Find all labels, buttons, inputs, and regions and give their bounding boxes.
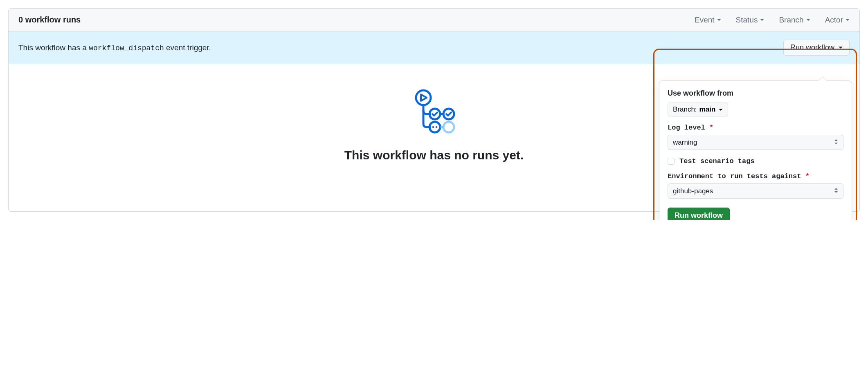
workflow-graphic-icon (409, 89, 459, 136)
branch-prefix-label: Branch: (673, 105, 697, 114)
environment-select-wrap: github-pages (668, 183, 843, 199)
banner-text-suffix: event trigger. (164, 43, 211, 52)
filter-event-label: Event (695, 16, 715, 25)
run-workflow-popover-wrap: Use workflow from Branch: main Log level… (659, 80, 852, 220)
log-level-label: Log level * (668, 124, 843, 132)
filter-branch-label: Branch (779, 16, 803, 25)
banner-text: This workflow has a workflow_dispatch ev… (18, 43, 211, 52)
branch-value: main (699, 105, 716, 114)
environment-label: Environment to run tests against * (668, 172, 843, 180)
svg-point-7 (436, 126, 438, 128)
submit-row: Run workflow (668, 208, 843, 220)
run-workflow-dropdown-button[interactable]: Run workflow (783, 40, 850, 56)
banner-text-prefix: This workflow has a (18, 43, 89, 52)
test-tags-checkbox[interactable] (668, 158, 675, 165)
required-asterisk: * (709, 124, 713, 132)
environment-group: Environment to run tests against * githu… (668, 172, 843, 199)
log-level-label-text: Log level (668, 124, 705, 132)
dispatch-banner: This workflow has a workflow_dispatch ev… (9, 31, 859, 64)
filter-bar: Event Status Branch Actor (695, 16, 850, 25)
filter-actor-label: Actor (825, 16, 843, 25)
workflow-runs-container: 0 workflow runs Event Status Branch Acto… (8, 8, 860, 212)
caret-down-icon (760, 19, 764, 21)
caret-down-icon (719, 109, 723, 111)
svg-point-6 (432, 126, 434, 128)
caret-down-icon (846, 19, 850, 21)
caret-down-icon (717, 19, 721, 21)
filter-event[interactable]: Event (695, 16, 721, 25)
use-workflow-from-label: Use workflow from (668, 89, 843, 98)
environment-label-text: Environment to run tests against (668, 172, 801, 180)
runs-count-label: 0 workflow runs (18, 15, 81, 25)
log-level-select[interactable]: warning (668, 135, 843, 150)
environment-select[interactable]: github-pages (668, 183, 843, 199)
svg-marker-1 (421, 94, 427, 101)
log-level-group: Log level * warning (668, 124, 843, 150)
branch-select-button[interactable]: Branch: main (668, 103, 728, 116)
test-tags-row: Test scenario tags (668, 157, 843, 165)
run-workflow-submit-label: Run workflow (675, 211, 723, 220)
runs-header: 0 workflow runs Event Status Branch Acto… (9, 9, 859, 31)
caret-down-icon (806, 19, 810, 21)
svg-point-5 (430, 122, 440, 132)
svg-point-9 (443, 122, 454, 132)
filter-actor[interactable]: Actor (825, 16, 850, 25)
run-workflow-dropdown-label: Run workflow (790, 43, 834, 52)
run-workflow-popover: Use workflow from Branch: main Log level… (659, 80, 852, 220)
svg-point-0 (416, 90, 431, 105)
test-tags-label: Test scenario tags (679, 157, 755, 165)
required-asterisk: * (805, 172, 810, 180)
run-workflow-submit-button[interactable]: Run workflow (668, 208, 730, 220)
caret-down-icon (839, 47, 843, 49)
log-level-select-wrap: warning (668, 135, 843, 150)
filter-status[interactable]: Status (736, 16, 765, 25)
banner-text-code: workflow_dispatch (89, 44, 164, 52)
filter-branch[interactable]: Branch (779, 16, 810, 25)
filter-status-label: Status (736, 16, 758, 25)
